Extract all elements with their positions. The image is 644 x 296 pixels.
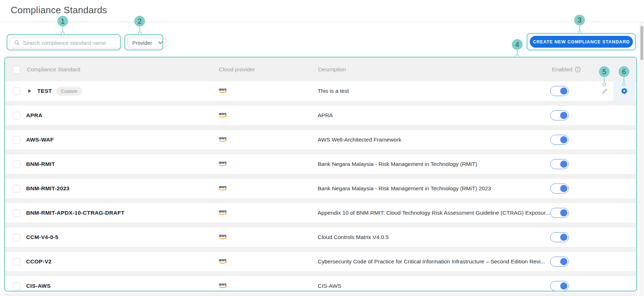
table-header-row: Compliance Standard Cloud provider Descr… xyxy=(5,58,636,81)
aws-provider-icon: aws xyxy=(218,111,228,120)
expand-row-icon[interactable] xyxy=(28,89,31,93)
description-text: APRA xyxy=(318,112,333,119)
description-text: Bank Negara Malaysia - Risk Management i… xyxy=(318,161,477,167)
table-row: APRAawsAPRA xyxy=(5,106,636,125)
description-cell: Bank Negara Malaysia - Risk Management i… xyxy=(318,154,477,174)
enabled-toggle[interactable] xyxy=(550,86,569,96)
column-header-enabled: Enabled xyxy=(552,58,581,81)
enabled-toggle[interactable] xyxy=(550,135,569,145)
row-checkbox[interactable] xyxy=(13,87,20,95)
enabled-toggle[interactable] xyxy=(550,232,569,242)
description-cell: AWS Well-Architected Framework xyxy=(318,130,401,149)
annotation-connector-line xyxy=(624,77,624,83)
search-input[interactable]: Search compliance standard name xyxy=(10,37,123,48)
aws-provider-icon: aws xyxy=(218,209,228,217)
toggle-knob xyxy=(560,112,567,119)
enabled-toggle[interactable] xyxy=(550,281,569,291)
enabled-toggle[interactable] xyxy=(550,183,569,194)
provider-select[interactable]: Provider xyxy=(128,37,166,48)
annotation-badge-5: 5 xyxy=(599,66,610,77)
standard-name: AWS-WAF xyxy=(26,137,54,143)
annotation-badge-4: 4 xyxy=(512,39,523,50)
aws-provider-icon: aws xyxy=(218,257,228,266)
custom-tag-badge: Custom xyxy=(56,87,82,96)
standard-name: TEST xyxy=(37,88,52,94)
cloud-provider-cell: aws xyxy=(218,179,228,198)
enabled-toggle[interactable] xyxy=(550,110,569,120)
standard-name-cell: TESTCustom xyxy=(37,81,82,101)
description-cell: APRA xyxy=(318,106,333,125)
description-text: This is a test xyxy=(318,88,349,94)
svg-text:aws: aws xyxy=(219,136,227,140)
toggle-knob xyxy=(560,185,567,192)
standard-name-cell: CCOP-V2 xyxy=(26,252,52,271)
aws-provider-icon: aws xyxy=(218,160,228,168)
svg-text:aws: aws xyxy=(219,87,227,91)
description-cell: Bank Negara Malaysia - Risk Management i… xyxy=(318,179,491,198)
svg-text:aws: aws xyxy=(219,258,227,262)
table-bottom-gap xyxy=(4,293,637,296)
description-text: Cloud Controls Matrix V4.0.5 xyxy=(318,234,389,240)
annotation-badge-1: 1 xyxy=(57,16,68,27)
row-checkbox[interactable] xyxy=(13,136,20,144)
svg-text:aws: aws xyxy=(219,233,227,238)
annotation-connector-dot xyxy=(622,83,626,86)
search-icon xyxy=(14,40,20,46)
row-checkbox[interactable] xyxy=(13,185,20,192)
select-all-checkbox[interactable] xyxy=(13,66,20,73)
toggle-knob xyxy=(560,258,567,265)
table-row: CCM-V4-0-5awsCloud Controls Matrix V4.0.… xyxy=(5,228,636,247)
description-text: Bank Negara Malaysia - Risk Management i… xyxy=(318,185,491,192)
row-checkbox[interactable] xyxy=(13,209,20,217)
row-checkbox[interactable] xyxy=(13,112,20,119)
column-header-provider: Cloud provider xyxy=(219,58,255,81)
row-checkbox[interactable] xyxy=(13,234,20,241)
create-button-highlight-box: CREATE NEW COMPLIANCE STANDARD xyxy=(527,33,636,51)
annotation-connector-line xyxy=(139,27,140,32)
description-cell: Cybersecurity Code of Practice for Criti… xyxy=(318,252,545,271)
search-highlight-box: Search compliance standard name xyxy=(6,34,121,51)
info-icon[interactable] xyxy=(575,67,581,72)
chevron-down-icon xyxy=(158,41,163,44)
vertical-scrollbar-thumb[interactable] xyxy=(640,26,643,60)
standard-name-cell: BNM-RMIT-APDX-10-CTRAG-DRAFT xyxy=(26,203,124,223)
cloud-provider-cell: aws xyxy=(218,276,228,292)
aws-provider-icon: aws xyxy=(218,282,228,290)
table-row: CCOP-V2awsCybersecurity Code of Practice… xyxy=(5,252,636,271)
standard-name: CIS-AWS xyxy=(26,283,51,289)
row-checkbox[interactable] xyxy=(13,258,20,266)
annotation-connector-dot xyxy=(515,54,519,58)
toggle-knob xyxy=(560,282,567,290)
page-title: Compliance Standards xyxy=(11,5,107,16)
standard-name-cell: CCM-V4-0-5 xyxy=(26,228,58,247)
cloud-provider-cell: aws xyxy=(218,203,228,223)
description-cell: Appendix 10 of BNM RMIT: Cloud Technolog… xyxy=(318,203,550,223)
description-text: Appendix 10 of BNM RMIT: Cloud Technolog… xyxy=(318,210,550,216)
annotation-connector-dot xyxy=(138,32,141,35)
annotation-connector-line xyxy=(517,50,518,54)
table-row: BNM-RMIT-APDX-10-CTRAG-DRAFTawsAppendix … xyxy=(5,203,636,223)
svg-text:aws: aws xyxy=(219,209,227,213)
row-checkbox[interactable] xyxy=(13,282,20,290)
description-text: Cybersecurity Code of Practice for Criti… xyxy=(318,258,545,265)
aws-provider-icon: aws xyxy=(218,233,228,242)
enabled-toggle[interactable] xyxy=(550,208,569,218)
standard-name: CCOP-V2 xyxy=(26,258,52,265)
standard-name-cell: APRA xyxy=(26,106,42,125)
standard-name-cell: CIS-AWS xyxy=(26,276,51,292)
table-row: BNM-RMIT-2023awsBank Negara Malaysia - R… xyxy=(5,179,636,198)
enabled-toggle[interactable] xyxy=(550,159,569,169)
description-text: AWS Well-Architected Framework xyxy=(318,137,401,143)
toggle-knob xyxy=(560,209,567,216)
annotation-badge-6: 6 xyxy=(619,66,629,77)
cloud-provider-cell: aws xyxy=(218,130,228,149)
create-new-compliance-standard-button[interactable]: CREATE NEW COMPLIANCE STANDARD xyxy=(530,36,633,48)
aws-provider-icon: aws xyxy=(218,87,228,95)
enabled-toggle[interactable] xyxy=(550,257,569,267)
cloud-provider-cell: aws xyxy=(218,154,228,174)
toggle-knob xyxy=(560,161,567,168)
table-row: AWS-WAFawsAWS Well-Architected Framework xyxy=(5,130,636,149)
svg-text:aws: aws xyxy=(219,282,227,286)
description-text: CIS-AWS xyxy=(318,283,341,289)
row-checkbox[interactable] xyxy=(13,161,20,168)
